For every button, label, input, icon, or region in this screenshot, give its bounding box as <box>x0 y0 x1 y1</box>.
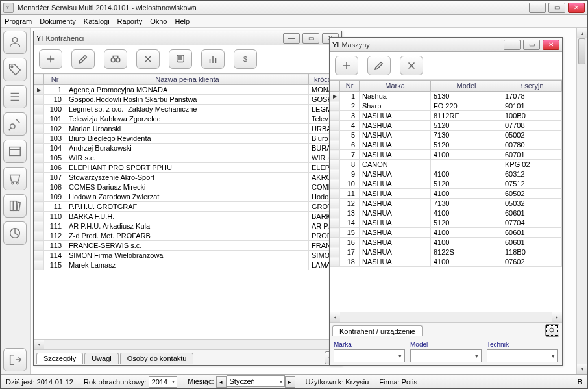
list-icon[interactable] <box>3 85 27 108</box>
table-row[interactable]: 109Hodowla Zarodowa ZwierzatHodo <box>34 192 341 202</box>
table-row[interactable]: 16NASHUA410060601 <box>330 238 562 247</box>
chart-button[interactable] <box>201 49 225 69</box>
kontrahenci-minimize[interactable]: — <box>283 33 300 44</box>
table-row[interactable]: 115Marek LamaszLAMA <box>34 260 341 270</box>
note-button[interactable] <box>169 49 192 69</box>
tab-kontrahent-urzadzenie[interactable]: Kontrahent / urządzenie <box>332 325 423 336</box>
table-row[interactable]: 106ELEPHANT PRO SPORT PPHUELEPH <box>34 163 341 173</box>
status-year-combo[interactable]: 2014 <box>149 376 177 388</box>
menu-program[interactable]: Program <box>5 18 32 25</box>
col-nr[interactable]: Nr <box>44 74 66 85</box>
menu-okno[interactable]: Okno <box>150 18 167 25</box>
table-row[interactable]: 13NASHUA410060601 <box>330 208 562 218</box>
tab-osoby[interactable]: Osoby do kontaktu <box>120 353 194 364</box>
table-row[interactable]: 111AR P.H.U. Arkadiusz KulaAR P. <box>34 221 341 231</box>
status-date-label: Dziś jest: <box>6 378 35 386</box>
search-button[interactable] <box>545 324 559 337</box>
col-serial[interactable]: r seryjn <box>502 81 562 92</box>
table-row[interactable]: 11NASHUA410060502 <box>330 189 562 199</box>
table-row[interactable]: 107Stowarzyszenie Akro-SportAKRO <box>34 173 341 182</box>
mdi-vscroll[interactable]: ▴ ▾ <box>576 28 587 374</box>
table-row[interactable]: 9NASHUA410060312 <box>330 169 562 179</box>
binoculars-button[interactable] <box>104 49 127 69</box>
table-row[interactable]: 15NASHUA410060601 <box>330 228 562 238</box>
table-row[interactable]: 14NASHUA512007704 <box>330 218 562 228</box>
table-row[interactable]: 104Andrzej BurakowskiBURA <box>34 144 341 153</box>
table-row[interactable]: 3NASHUA8112RE100B0 <box>330 111 562 121</box>
edit-button[interactable] <box>71 49 95 69</box>
table-row[interactable]: 2SharpFO 22090101 <box>330 101 562 111</box>
gear-chart-icon[interactable] <box>3 112 27 136</box>
table-row[interactable]: 103Biuro Bieglego RewidentaBiuro <box>34 134 341 144</box>
filter-technik-label: Technik <box>487 341 558 348</box>
minimize-button[interactable]: — <box>529 3 546 13</box>
table-row[interactable]: 7NASHUA410060701 <box>330 150 562 160</box>
menu-katalogi[interactable]: Katalogi <box>84 18 110 25</box>
add-button[interactable] <box>335 56 358 75</box>
table-row[interactable]: 101Telewizja Kablowa ZgorzelecTelev <box>34 114 341 124</box>
delete-button[interactable] <box>136 49 160 69</box>
menu-raporty[interactable]: Raporty <box>117 18 143 25</box>
tag-icon[interactable] <box>3 58 27 81</box>
col-nazwa[interactable]: Nazwa pełna klienta <box>66 74 309 85</box>
table-row[interactable]: 1Nashua513017078 <box>330 92 562 101</box>
status-month-combo[interactable]: Styczeń <box>227 375 285 387</box>
table-row[interactable]: 11P.P.H.U. GROTGRAFGROT <box>34 202 341 212</box>
table-row[interactable]: 17NASHUA8122S118B0 <box>330 247 562 257</box>
maszyny-hscroll[interactable]: ◂ ▸ <box>330 312 562 322</box>
table-row[interactable]: 10NASHUA512007512 <box>330 179 562 189</box>
kontrahenci-hscroll[interactable]: ◂ ▸ <box>34 339 341 349</box>
table-row[interactable]: 8CANONKPG 02 <box>330 160 562 169</box>
col-model[interactable]: Model <box>431 81 502 92</box>
maszyny-minimize[interactable]: — <box>504 40 521 50</box>
mdi-area: YI Kontrahenci — ▭ ✕ $ <box>31 28 587 374</box>
table-row[interactable]: 102Marian UrbanskiURBA <box>34 124 341 134</box>
table-row[interactable]: 12NASHUA713005032 <box>330 199 562 208</box>
kontrahenci-toolbar: $ <box>34 45 341 73</box>
table-row[interactable]: 18NASHUA410007602 <box>330 257 562 267</box>
main-titlebar[interactable]: YI Menadżer Serwisu Multi 2014.0101 - wi… <box>1 1 587 15</box>
table-row[interactable]: 5NASHUA713005002 <box>330 131 562 140</box>
table-row[interactable]: 6NASHUA512000780 <box>330 140 562 150</box>
maximize-button[interactable]: ▭ <box>548 3 565 13</box>
col-nr[interactable]: Nr <box>340 81 360 92</box>
maszyny-titlebar[interactable]: YI Maszyny — ▭ ✕ <box>330 38 562 52</box>
table-row[interactable]: 1Agencja Promocyjna MONADAMONA <box>34 85 341 95</box>
filter-model-combo[interactable] <box>410 349 482 362</box>
table-row[interactable]: 4NASHUA512007708 <box>330 121 562 131</box>
tab-szczegoly[interactable]: Szczegóły <box>36 353 83 364</box>
edit-button[interactable] <box>367 56 391 75</box>
maszyny-close[interactable]: ✕ <box>543 40 559 50</box>
person-icon[interactable] <box>3 31 27 54</box>
exit-icon[interactable] <box>3 348 27 371</box>
delete-button[interactable] <box>400 56 423 75</box>
menu-help[interactable]: Help <box>175 18 190 25</box>
maszyny-grid[interactable]: Nr Marka Model r seryjn 1Nashua513017078… <box>330 80 562 267</box>
kontrahenci-titlebar[interactable]: YI Kontrahenci — ▭ ✕ <box>34 31 341 45</box>
close-button[interactable]: ✕ <box>568 3 585 13</box>
col-marka[interactable]: Marka <box>360 81 431 92</box>
table-row[interactable]: 114SIMON Firma WielobranzowaSIMO <box>34 251 341 260</box>
window-icon[interactable] <box>3 140 27 163</box>
books-icon[interactable] <box>3 194 27 218</box>
table-row[interactable]: 10Gospod.Hodowli Roslin Skarbu PanstwaGO… <box>34 95 341 105</box>
filter-marka-combo[interactable] <box>334 349 405 362</box>
table-row[interactable]: 100Legmet sp. z o.o. -Zaklady Mechaniczn… <box>34 105 341 114</box>
kontrahenci-maximize[interactable]: ▭ <box>302 33 319 44</box>
filter-technik-combo[interactable] <box>487 349 558 362</box>
add-button[interactable] <box>39 49 62 69</box>
pie-icon[interactable] <box>3 221 27 245</box>
month-prev-button[interactable]: ◂ <box>216 376 227 388</box>
tab-uwagi[interactable]: Uwagi <box>84 353 119 364</box>
table-row[interactable]: 108COMES Dariusz MireckiCOME <box>34 182 341 192</box>
cart-icon[interactable] <box>3 167 27 190</box>
menu-dokumenty[interactable]: Dokumenty <box>40 18 76 25</box>
table-row[interactable]: 112Z-d Prod. Met. PROFARBPROF <box>34 231 341 241</box>
table-row[interactable]: 105WIR s.c.WIR s <box>34 153 341 163</box>
kontrahenci-grid[interactable]: Nr Nazwa pełna klienta krócon 1Agencja P… <box>34 73 341 270</box>
month-next-button[interactable]: ▸ <box>285 376 295 388</box>
money-button[interactable]: $ <box>234 49 257 69</box>
maszyny-maximize[interactable]: ▭ <box>523 40 540 50</box>
table-row[interactable]: 110BARKA F.U.H.BARK <box>34 212 341 221</box>
table-row[interactable]: 113FRANCE-SERWIS s.c.FRAN <box>34 241 341 251</box>
